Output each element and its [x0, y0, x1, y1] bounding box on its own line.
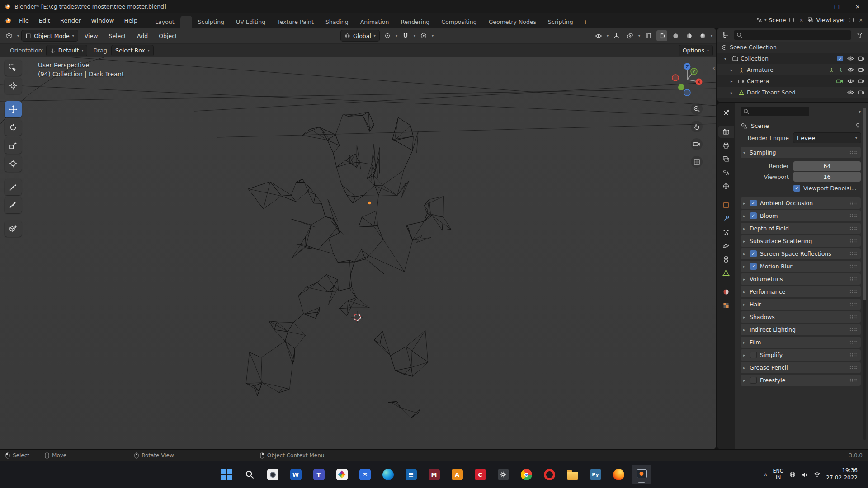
pan-button[interactable]: [691, 121, 703, 132]
tab-shading[interactable]: Shading: [320, 16, 354, 28]
expand-icon[interactable]: ▸: [731, 68, 737, 72]
close-button[interactable]: ×: [847, 0, 868, 13]
tab-texture-paint[interactable]: Texture Paint: [271, 16, 320, 28]
eye-icon[interactable]: [847, 56, 854, 61]
tab-constraint-properties[interactable]: [718, 253, 734, 265]
properties-options-dropdown[interactable]: ▾: [859, 109, 861, 114]
section-motion-blur[interactable]: ▸✓Motion Blur: [741, 261, 861, 272]
new-scene-icon[interactable]: [788, 16, 795, 23]
unlink-scene-icon[interactable]: ×: [797, 16, 805, 23]
taskbar-app-creative-cloud[interactable]: C: [470, 465, 490, 484]
taskbar-app-illustrator[interactable]: A: [447, 465, 467, 484]
tool-cursor[interactable]: [5, 78, 22, 94]
network-globe-icon[interactable]: [789, 471, 796, 478]
outliner-row-camera[interactable]: ▸ Camera: [717, 75, 868, 87]
shading-material-button[interactable]: [684, 30, 694, 41]
tab-layout[interactable]: Layout: [149, 16, 180, 28]
sampling-viewport-field[interactable]: 16: [793, 172, 861, 182]
tab-particle-properties[interactable]: [718, 226, 734, 238]
section-indirect-lighting[interactable]: ▸Indirect Lighting: [741, 324, 861, 335]
tab-object-data-properties[interactable]: [718, 267, 734, 279]
camera-visibility-icon[interactable]: [858, 56, 865, 61]
tool-select-box[interactable]: [5, 60, 22, 76]
checkbox[interactable]: ✓: [750, 263, 757, 270]
camera-view-button[interactable]: [691, 138, 703, 150]
sampling-render-field[interactable]: 64: [793, 161, 861, 171]
tab-tool[interactable]: [718, 107, 734, 119]
shading-rendered-button[interactable]: [697, 30, 708, 41]
menu-object[interactable]: Object: [155, 33, 181, 39]
drag-grip-icon[interactable]: [849, 264, 857, 268]
pin-icon[interactable]: [855, 123, 861, 129]
clock[interactable]: 19:36 27-02-2022: [826, 467, 858, 481]
taskbar-app-edge[interactable]: [378, 465, 398, 484]
tool-annotate[interactable]: [5, 179, 22, 195]
drag-grip-icon[interactable]: [849, 252, 857, 256]
section-bloom[interactable]: ▸✓Bloom: [741, 210, 861, 221]
taskbar-app-firefox[interactable]: [609, 465, 628, 484]
tab-scripting[interactable]: Scripting: [542, 16, 579, 28]
drag-grip-icon[interactable]: [849, 366, 857, 370]
tab-uv-editing[interactable]: UV Editing: [230, 16, 271, 28]
properties-search[interactable]: [741, 107, 809, 116]
viewport-denoising-checkbox[interactable]: ✓: [793, 185, 800, 192]
options-dropdown[interactable]: Options▾: [679, 45, 712, 56]
properties-scrollbar[interactable]: [863, 108, 866, 440]
outliner-search[interactable]: [734, 30, 851, 40]
drag-grip-icon[interactable]: [849, 201, 857, 205]
proportional-edit-button[interactable]: [418, 30, 429, 41]
tab-world-properties[interactable]: [718, 180, 734, 192]
remove-viewlayer-icon[interactable]: ×: [857, 16, 864, 23]
wifi-icon[interactable]: [814, 472, 821, 477]
mode-select[interactable]: Object Mode▾: [22, 30, 78, 41]
tool-rotate[interactable]: [5, 119, 22, 136]
menu-file[interactable]: File: [14, 15, 33, 26]
checkbox[interactable]: ✓: [750, 250, 757, 257]
transform-orientation-select[interactable]: Global▾: [341, 30, 379, 41]
drag-grip-icon[interactable]: [849, 277, 857, 281]
checkbox[interactable]: ✓: [750, 377, 757, 384]
render-engine-select[interactable]: Eevee▾: [793, 133, 861, 143]
menu-select[interactable]: Select: [104, 33, 130, 39]
camera-visibility-icon[interactable]: [858, 79, 865, 84]
taskbar-app-mail[interactable]: ✉: [355, 465, 375, 484]
language-indicator[interactable]: ENG IN: [773, 468, 784, 481]
tool-scale[interactable]: [5, 137, 22, 154]
drag-select[interactable]: Select Box▾: [112, 45, 153, 56]
taskbar-app-chrome[interactable]: [516, 465, 536, 484]
tab-texture-properties[interactable]: [718, 299, 734, 311]
section-ambient-occlusion[interactable]: ▸✓Ambient Occlusion: [741, 197, 861, 209]
eye-icon[interactable]: [847, 90, 854, 95]
maximize-button[interactable]: ▢: [826, 0, 847, 13]
tray-expand-icon[interactable]: ∧: [764, 472, 767, 478]
taskbar-app-access-m[interactable]: M: [424, 465, 444, 484]
add-workspace-button[interactable]: +: [579, 16, 592, 28]
shading-solid-button[interactable]: [670, 30, 681, 41]
checkbox[interactable]: ✓: [750, 200, 757, 206]
tab-render-properties[interactable]: [718, 126, 734, 138]
shading-wireframe-button[interactable]: [656, 30, 667, 41]
navigation-gizmo[interactable]: Z X Y: [669, 61, 705, 99]
drag-grip-icon[interactable]: [849, 214, 857, 218]
menu-window[interactable]: Window: [86, 15, 118, 26]
section-sampling[interactable]: ▾ Sampling: [741, 147, 861, 158]
collection-checkbox[interactable]: ✓: [837, 56, 843, 61]
taskbar-app-search[interactable]: [240, 465, 259, 484]
drag-grip-icon[interactable]: [849, 328, 857, 332]
editor-type-button[interactable]: [4, 30, 14, 41]
outliner-row-collection[interactable]: ▾ Collection ✓: [717, 53, 868, 64]
tab-physics-properties[interactable]: [718, 239, 734, 252]
taskbar-app-teams[interactable]: T: [309, 465, 329, 484]
tool-measure[interactable]: [5, 197, 22, 213]
outliner-editor-type-button[interactable]: [720, 29, 731, 40]
tab-animation[interactable]: Animation: [354, 16, 395, 28]
orientation-select[interactable]: Default▾: [47, 45, 87, 56]
outliner-row-armature[interactable]: ▸ Armature: [717, 64, 868, 75]
outliner-row-dark-treant-seed[interactable]: ▸ Dark Treant Seed: [717, 87, 868, 98]
section-shadows[interactable]: ▸Shadows: [741, 311, 861, 323]
tab-object-properties[interactable]: [718, 199, 734, 211]
eye-icon[interactable]: [847, 67, 854, 72]
snap-toggle-button[interactable]: [400, 30, 411, 41]
checkbox[interactable]: ✓: [750, 212, 757, 219]
tab-rendering[interactable]: Rendering: [395, 16, 435, 28]
